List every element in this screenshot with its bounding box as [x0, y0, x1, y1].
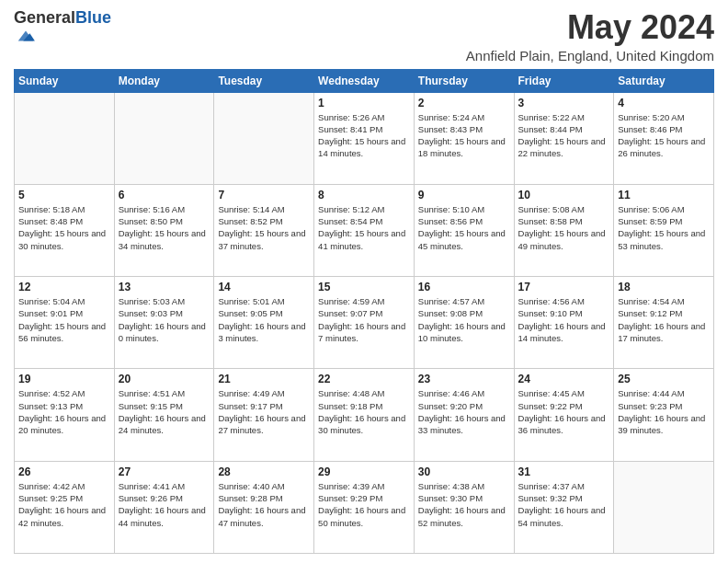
day-info: Sunrise: 5:26 AM Sunset: 8:41 PM Dayligh… [318, 111, 410, 160]
day-number: 20 [119, 373, 210, 385]
calendar-cell: 19Sunrise: 4:52 AM Sunset: 9:13 PM Dayli… [15, 369, 115, 461]
day-info: Sunrise: 5:08 AM Sunset: 8:58 PM Dayligh… [518, 203, 610, 252]
day-number: 22 [318, 373, 410, 385]
calendar-cell: 3Sunrise: 5:22 AM Sunset: 8:44 PM Daylig… [514, 92, 614, 184]
day-number: 5 [18, 189, 110, 201]
day-header-wednesday: Wednesday [314, 69, 415, 92]
day-number: 29 [318, 465, 410, 478]
day-number: 10 [518, 189, 610, 201]
logo-icon [16, 26, 36, 46]
day-info: Sunrise: 5:04 AM Sunset: 9:01 PM Dayligh… [18, 295, 110, 344]
calendar-cell: 17Sunrise: 4:56 AM Sunset: 9:10 PM Dayli… [514, 277, 614, 369]
calendar-cell [214, 92, 314, 184]
day-info: Sunrise: 4:46 AM Sunset: 9:20 PM Dayligh… [418, 387, 510, 436]
day-info: Sunrise: 5:12 AM Sunset: 8:54 PM Dayligh… [318, 203, 410, 252]
day-info: Sunrise: 4:52 AM Sunset: 9:13 PM Dayligh… [18, 387, 110, 436]
calendar-cell: 15Sunrise: 4:59 AM Sunset: 9:07 PM Dayli… [314, 277, 415, 369]
calendar-cell: 5Sunrise: 5:18 AM Sunset: 8:48 PM Daylig… [15, 184, 115, 276]
logo: GeneralBlue [14, 9, 111, 46]
day-number: 31 [518, 465, 610, 478]
day-header-thursday: Thursday [414, 69, 514, 92]
day-info: Sunrise: 4:42 AM Sunset: 9:25 PM Dayligh… [18, 480, 110, 529]
calendar-cell: 16Sunrise: 4:57 AM Sunset: 9:08 PM Dayli… [414, 277, 514, 369]
day-header-saturday: Saturday [614, 69, 714, 92]
day-header-sunday: Sunday [15, 69, 115, 92]
calendar-cell: 23Sunrise: 4:46 AM Sunset: 9:20 PM Dayli… [414, 369, 514, 461]
calendar-cell: 6Sunrise: 5:16 AM Sunset: 8:50 PM Daylig… [114, 184, 214, 276]
calendar-cell: 27Sunrise: 4:41 AM Sunset: 9:26 PM Dayli… [114, 461, 214, 553]
day-number: 12 [18, 281, 110, 293]
day-number: 3 [518, 97, 610, 109]
calendar-cell: 22Sunrise: 4:48 AM Sunset: 9:18 PM Dayli… [314, 369, 415, 461]
day-number: 2 [418, 97, 510, 109]
day-header-monday: Monday [114, 69, 214, 92]
day-number: 19 [18, 373, 110, 385]
day-number: 26 [18, 465, 110, 478]
day-info: Sunrise: 4:51 AM Sunset: 9:15 PM Dayligh… [119, 387, 210, 436]
day-info: Sunrise: 4:38 AM Sunset: 9:30 PM Dayligh… [418, 480, 510, 529]
calendar-cell: 11Sunrise: 5:06 AM Sunset: 8:59 PM Dayli… [614, 184, 714, 276]
day-info: Sunrise: 5:14 AM Sunset: 8:52 PM Dayligh… [218, 203, 310, 252]
day-info: Sunrise: 4:59 AM Sunset: 9:07 PM Dayligh… [318, 295, 410, 344]
calendar-cell: 13Sunrise: 5:03 AM Sunset: 9:03 PM Dayli… [114, 277, 214, 369]
day-info: Sunrise: 5:16 AM Sunset: 8:50 PM Dayligh… [119, 203, 210, 252]
calendar-page: GeneralBlue May 2024 Annfield Plain, Eng… [0, 0, 728, 563]
calendar-week-row: 1Sunrise: 5:26 AM Sunset: 8:41 PM Daylig… [15, 92, 714, 184]
calendar-cell: 14Sunrise: 5:01 AM Sunset: 9:05 PM Dayli… [214, 277, 314, 369]
day-number: 23 [418, 373, 510, 385]
calendar-cell: 20Sunrise: 4:51 AM Sunset: 9:15 PM Dayli… [114, 369, 214, 461]
day-info: Sunrise: 5:10 AM Sunset: 8:56 PM Dayligh… [418, 203, 510, 252]
day-number: 6 [119, 189, 210, 201]
day-number: 18 [618, 281, 710, 293]
day-info: Sunrise: 5:01 AM Sunset: 9:05 PM Dayligh… [218, 295, 310, 344]
title-block: May 2024 Annfield Plain, England, United… [466, 9, 714, 63]
day-number: 7 [218, 189, 310, 201]
day-info: Sunrise: 4:40 AM Sunset: 9:28 PM Dayligh… [218, 480, 310, 529]
day-number: 4 [618, 97, 710, 109]
day-info: Sunrise: 5:24 AM Sunset: 8:43 PM Dayligh… [418, 111, 510, 160]
logo-general-text: General [14, 8, 75, 27]
day-header-friday: Friday [514, 69, 614, 92]
day-info: Sunrise: 4:54 AM Sunset: 9:12 PM Dayligh… [618, 295, 710, 344]
day-header-tuesday: Tuesday [214, 69, 314, 92]
calendar-cell: 8Sunrise: 5:12 AM Sunset: 8:54 PM Daylig… [314, 184, 415, 276]
calendar-week-row: 5Sunrise: 5:18 AM Sunset: 8:48 PM Daylig… [15, 184, 714, 276]
header: GeneralBlue May 2024 Annfield Plain, Eng… [14, 9, 714, 63]
day-info: Sunrise: 4:44 AM Sunset: 9:23 PM Dayligh… [618, 387, 710, 436]
calendar-cell: 24Sunrise: 4:45 AM Sunset: 9:22 PM Dayli… [514, 369, 614, 461]
day-info: Sunrise: 4:37 AM Sunset: 9:32 PM Dayligh… [518, 480, 610, 529]
calendar-cell: 30Sunrise: 4:38 AM Sunset: 9:30 PM Dayli… [414, 461, 514, 553]
calendar-cell [614, 461, 714, 553]
day-info: Sunrise: 4:39 AM Sunset: 9:29 PM Dayligh… [318, 480, 410, 529]
day-info: Sunrise: 5:18 AM Sunset: 8:48 PM Dayligh… [18, 203, 110, 252]
day-number: 24 [518, 373, 610, 385]
day-info: Sunrise: 4:45 AM Sunset: 9:22 PM Dayligh… [518, 387, 610, 436]
calendar-cell: 7Sunrise: 5:14 AM Sunset: 8:52 PM Daylig… [214, 184, 314, 276]
day-info: Sunrise: 5:22 AM Sunset: 8:44 PM Dayligh… [518, 111, 610, 160]
calendar-week-row: 12Sunrise: 5:04 AM Sunset: 9:01 PM Dayli… [15, 277, 714, 369]
calendar-cell: 10Sunrise: 5:08 AM Sunset: 8:58 PM Dayli… [514, 184, 614, 276]
calendar-table: SundayMondayTuesdayWednesdayThursdayFrid… [14, 69, 714, 554]
calendar-week-row: 19Sunrise: 4:52 AM Sunset: 9:13 PM Dayli… [15, 369, 714, 461]
calendar-cell: 12Sunrise: 5:04 AM Sunset: 9:01 PM Dayli… [15, 277, 115, 369]
logo-blue-text: Blue [75, 8, 111, 27]
day-info: Sunrise: 4:56 AM Sunset: 9:10 PM Dayligh… [518, 295, 610, 344]
day-number: 16 [418, 281, 510, 293]
day-info: Sunrise: 4:48 AM Sunset: 9:18 PM Dayligh… [318, 387, 410, 436]
day-number: 30 [418, 465, 510, 478]
day-number: 9 [418, 189, 510, 201]
calendar-cell [15, 92, 115, 184]
calendar-cell [114, 92, 214, 184]
calendar-cell: 26Sunrise: 4:42 AM Sunset: 9:25 PM Dayli… [15, 461, 115, 553]
day-info: Sunrise: 5:03 AM Sunset: 9:03 PM Dayligh… [119, 295, 210, 344]
calendar-cell: 4Sunrise: 5:20 AM Sunset: 8:46 PM Daylig… [614, 92, 714, 184]
calendar-header-row: SundayMondayTuesdayWednesdayThursdayFrid… [15, 69, 714, 92]
calendar-cell: 18Sunrise: 4:54 AM Sunset: 9:12 PM Dayli… [614, 277, 714, 369]
day-number: 1 [318, 97, 410, 109]
day-number: 11 [618, 189, 710, 201]
day-info: Sunrise: 4:41 AM Sunset: 9:26 PM Dayligh… [119, 480, 210, 529]
day-number: 14 [218, 281, 310, 293]
calendar-cell: 28Sunrise: 4:40 AM Sunset: 9:28 PM Dayli… [214, 461, 314, 553]
month-title: May 2024 [466, 9, 714, 46]
calendar-cell: 9Sunrise: 5:10 AM Sunset: 8:56 PM Daylig… [414, 184, 514, 276]
